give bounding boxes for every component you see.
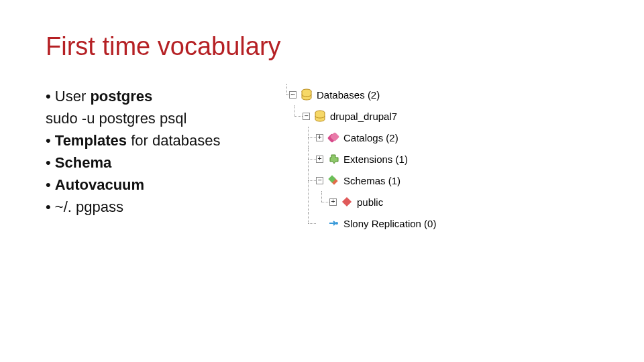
bullet-list: • User postgres sudo -u postgres psql • … (46, 85, 284, 218)
bullet-text: • (46, 132, 55, 149)
expand-icon[interactable]: + (316, 134, 323, 141)
collapse-icon[interactable]: − (316, 177, 323, 184)
bullet-item: • Templates for databases (46, 129, 284, 152)
slide: First time vocabulary • User postgres su… (0, 0, 644, 362)
expand-icon[interactable]: + (329, 198, 337, 206)
schema-icon (341, 196, 353, 208)
tree-view: − Databases (2) − (284, 84, 436, 234)
tree-item-drupal[interactable]: − drupal_drupal7 (303, 105, 436, 127)
svg-point-7 (335, 222, 338, 225)
bullet-text: • User (46, 88, 90, 105)
tree-label: Databases (2) (317, 90, 380, 100)
bullet-item: • Autovacuum (46, 174, 284, 196)
tree-item-databases[interactable]: − Databases (2) (289, 84, 436, 105)
tree-item-schemas[interactable]: − Schemas (1) (316, 170, 436, 191)
bullet-bold: Autovacuum (55, 176, 144, 193)
tree-label: Extensions (1) (343, 154, 408, 164)
bullet-item: • ~/. pgpass (46, 196, 284, 218)
extensions-icon (327, 153, 339, 165)
svg-rect-6 (342, 197, 352, 206)
bullet-item: • Schema (46, 152, 284, 174)
slide-title: First time vocabulary (46, 32, 644, 61)
bullet-bold: Templates (55, 132, 127, 149)
bullet-bold: postgres (90, 88, 152, 105)
collapse-icon[interactable]: − (303, 113, 310, 120)
collapse-icon[interactable]: − (289, 91, 297, 99)
bullet-item: • User postgres (46, 85, 284, 107)
tree-label: Slony Replication (0) (343, 219, 436, 229)
bullet-text: for databases (127, 132, 220, 149)
tree-item-catalogs[interactable]: + Catalogs (2) (316, 127, 436, 148)
tree-label: Catalogs (2) (343, 133, 398, 143)
replication-icon (327, 217, 339, 229)
databases-icon (301, 88, 313, 101)
tree-item-extensions[interactable]: + Extensions (1) (316, 148, 436, 170)
tree-item-public[interactable]: + public (329, 191, 436, 213)
bullet-bold: Schema (55, 154, 111, 171)
tree-label: drupal_drupal7 (330, 111, 397, 121)
tree-label: public (357, 197, 383, 207)
schemas-icon (327, 174, 339, 186)
body-row: • User postgres sudo -u postgres psql • … (46, 85, 644, 234)
tree-label: Schemas (1) (343, 176, 400, 186)
catalogs-icon (327, 131, 339, 143)
bullet-text: • (46, 176, 55, 193)
expand-icon[interactable]: + (316, 156, 323, 163)
bullet-item: sudo -u postgres psql (46, 107, 284, 129)
no-expander (316, 220, 323, 227)
bullet-text: • (46, 154, 55, 171)
tree-item-slony[interactable]: Slony Replication (0) (316, 213, 436, 234)
database-icon (314, 110, 326, 122)
